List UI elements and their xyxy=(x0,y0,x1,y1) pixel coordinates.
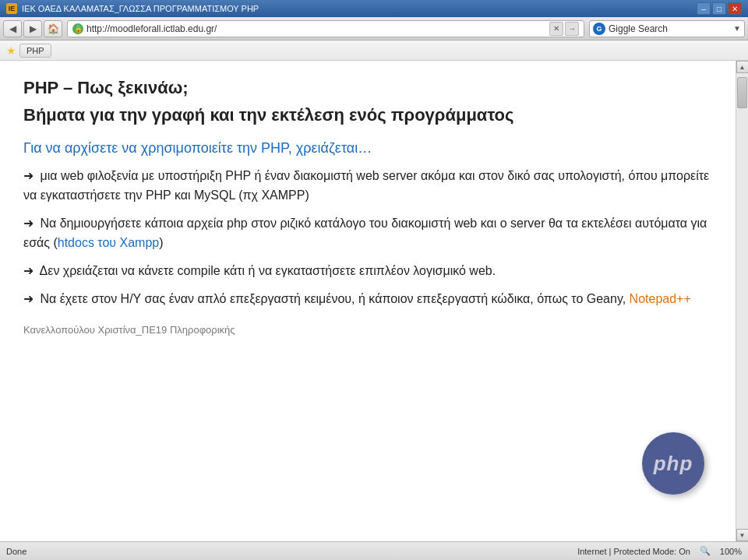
content-title2: Βήματα για την γραφή και την εκτέλεση εν… xyxy=(23,104,712,128)
status-bar: Done Internet | Protected Mode: On 🔍 100… xyxy=(0,541,748,560)
scroll-track[interactable] xyxy=(736,73,748,529)
status-internet: Internet | Protected Mode: On xyxy=(577,547,690,556)
main-area: PHP – Πως ξεκινάω; Βήματα για την γραφή … xyxy=(0,61,748,541)
php-logo-container: php xyxy=(642,432,704,495)
content-highlight: Για να αρχίσετε να χρησιμοποιείτε την PH… xyxy=(23,140,712,157)
address-bar[interactable]: 🔒 http://moodleforall.ictlab.edu.gr/ ✕ → xyxy=(67,20,584,37)
forward-button[interactable]: ▶ xyxy=(23,20,42,37)
window-controls: – □ ✕ xyxy=(697,2,742,15)
body-text-4-pre: Να έχετε στον Η/Υ σας έναν απλό επεξεργα… xyxy=(40,292,629,305)
search-dropdown-icon[interactable]: ▼ xyxy=(733,24,741,33)
arrow-icon-4: ➜ xyxy=(23,292,34,305)
search-bar[interactable]: G Giggle Search ▼ xyxy=(589,20,745,37)
back-button[interactable]: ◀ xyxy=(3,20,22,37)
content-body: ➜ μια web φιλοξενία με υποστήριξη PHP ή … xyxy=(23,166,712,309)
go-button[interactable]: → xyxy=(565,22,579,36)
status-done: Done xyxy=(6,547,26,556)
bookmark-star-icon[interactable]: ★ xyxy=(6,44,16,57)
address-actions: ✕ → xyxy=(549,22,579,36)
minimize-button[interactable]: – xyxy=(697,2,711,15)
closing-paren: ) xyxy=(159,236,163,249)
scrollbar[interactable]: ▲ ▼ xyxy=(736,61,748,541)
bookmarks-bar: ★ PHP xyxy=(0,41,748,61)
title-bar: IE ΙΕΚ ΟΑΕΔ ΚΑΛΑΜΑΤΑΣ_ΓΛΩΣΣΑ ΠΡΟΓΡΑΜΜΑΤΙ… xyxy=(0,0,748,17)
arrow-icon-3: ➜ xyxy=(23,264,34,277)
bookmark-php[interactable]: PHP xyxy=(19,44,51,58)
maximize-button[interactable]: □ xyxy=(712,2,726,15)
footer-note: Κανελλοπούλου Χριστίνα_ΠΕ19 Πληροφορικής xyxy=(23,324,712,336)
content-title1: PHP – Πως ξεκινάω; xyxy=(23,76,712,100)
body-text-1: μια web φιλοξενία με υποστήριξη PHP ή έν… xyxy=(23,169,709,203)
php-logo-text: php xyxy=(654,452,693,476)
security-icon: 🔒 xyxy=(72,23,83,34)
htdocs-link[interactable]: htdocs του Xampp xyxy=(58,236,159,249)
zoom-icon: 🔍 xyxy=(700,546,711,556)
scroll-down-button[interactable]: ▼ xyxy=(736,529,749,541)
php-logo: php xyxy=(642,432,704,495)
close-button[interactable]: ✕ xyxy=(728,2,742,15)
search-input[interactable]: Giggle Search xyxy=(609,23,733,34)
search-engine-icon: G xyxy=(593,23,605,35)
title-bar-text: ΙΕΚ ΟΑΕΔ ΚΑΛΑΜΑΤΑΣ_ΓΛΩΣΣΑ ΠΡΟΓΡΑΜΜΑΤΙΣΜΟ… xyxy=(22,4,697,13)
refresh-button[interactable]: ✕ xyxy=(549,22,563,36)
zoom-level: 100% xyxy=(720,547,742,556)
content-wrapper: PHP – Πως ξεκινάω; Βήματα για την γραφή … xyxy=(23,76,712,336)
scroll-up-button[interactable]: ▲ xyxy=(736,61,749,73)
scroll-thumb[interactable] xyxy=(737,77,747,108)
status-right: Internet | Protected Mode: On 🔍 100% xyxy=(577,546,742,556)
arrow-icon-1: ➜ xyxy=(23,169,34,182)
notepadpp-link[interactable]: Notepad++ xyxy=(630,292,691,305)
address-text: http://moodleforall.ictlab.edu.gr/ xyxy=(86,23,549,34)
app-icon: IE xyxy=(6,3,17,14)
arrow-icon-2: ➜ xyxy=(23,217,34,230)
content-area: PHP – Πως ξεκινάω; Βήματα για την γραφή … xyxy=(0,61,736,541)
home-button[interactable]: 🏠 xyxy=(44,20,62,37)
body-text-3: Δεν χρειάζεται να κάνετε compile κάτι ή … xyxy=(40,264,496,277)
navigation-bar: ◀ ▶ 🏠 🔒 http://moodleforall.ictlab.edu.g… xyxy=(0,17,748,41)
